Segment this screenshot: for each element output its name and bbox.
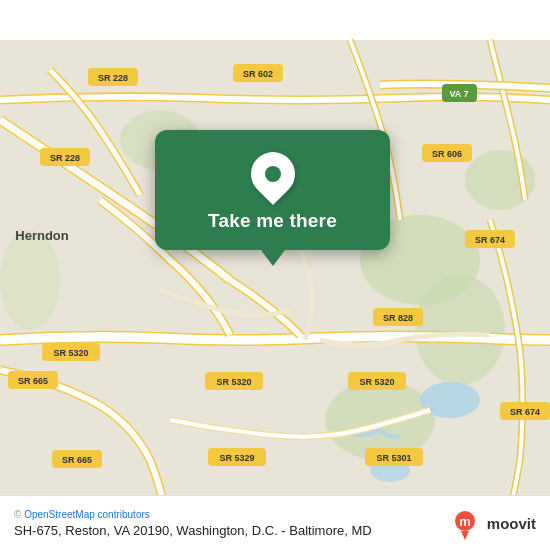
bottom-bar: © OpenStreetMap contributors SH-675, Res… [0, 495, 550, 550]
svg-text:SR 828: SR 828 [383, 313, 413, 323]
bottom-left-info: © OpenStreetMap contributors SH-675, Res… [14, 509, 372, 538]
location-title: SH-675, Reston, VA 20190, Washington, D.… [14, 523, 372, 538]
moovit-logo-icon: m [447, 506, 483, 540]
moovit-brand-text: moovit [487, 515, 536, 532]
svg-text:SR 228: SR 228 [98, 73, 128, 83]
map-background: SR 228 SR 228 SR 602 VA 7 SR 606 SR 674 … [0, 0, 550, 550]
svg-text:SR 5329: SR 5329 [219, 453, 254, 463]
pin-icon-inner [265, 166, 281, 182]
svg-text:m: m [459, 514, 471, 529]
svg-point-5 [0, 230, 60, 330]
osm-link[interactable]: OpenStreetMap contributors [24, 509, 150, 520]
svg-text:SR 5320: SR 5320 [216, 377, 251, 387]
svg-text:SR 665: SR 665 [62, 455, 92, 465]
svg-point-2 [415, 275, 505, 385]
svg-text:SR 5301: SR 5301 [376, 453, 411, 463]
popup-card: Take me there [155, 130, 390, 250]
svg-text:SR 674: SR 674 [510, 407, 540, 417]
svg-text:VA 7: VA 7 [449, 89, 468, 99]
copyright-symbol: © [14, 509, 21, 520]
svg-text:SR 5320: SR 5320 [359, 377, 394, 387]
svg-text:SR 674: SR 674 [475, 235, 505, 245]
svg-text:SR 5320: SR 5320 [53, 348, 88, 358]
svg-text:SR 228: SR 228 [50, 153, 80, 163]
svg-text:SR 665: SR 665 [18, 376, 48, 386]
osm-credit: © OpenStreetMap contributors [14, 509, 372, 520]
svg-text:Herndon: Herndon [15, 228, 69, 243]
map-container: SR 228 SR 228 SR 602 VA 7 SR 606 SR 674 … [0, 0, 550, 550]
moovit-logo[interactable]: m moovit [447, 506, 536, 540]
take-me-there-button[interactable]: Take me there [208, 210, 337, 232]
location-pin-icon [241, 143, 303, 205]
svg-text:SR 602: SR 602 [243, 69, 273, 79]
svg-text:SR 606: SR 606 [432, 149, 462, 159]
